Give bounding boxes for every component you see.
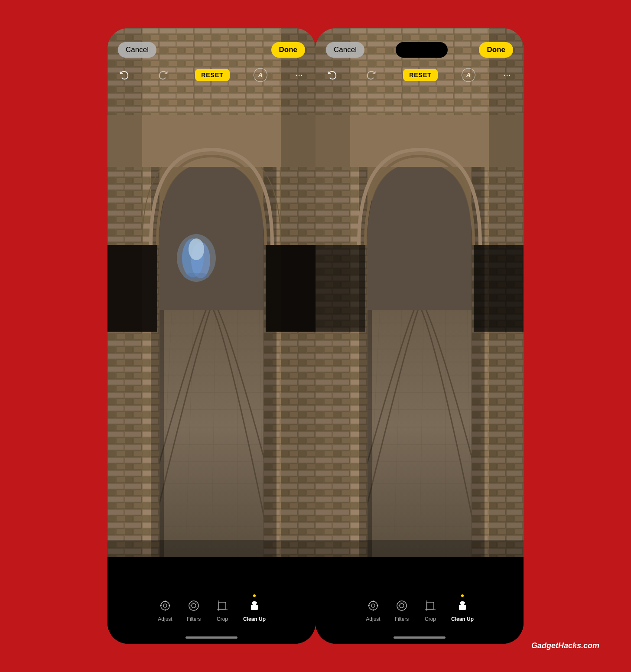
left-cancel-button[interactable]: Cancel — [118, 42, 156, 58]
left-cleanup-icon — [247, 598, 262, 613]
left-filters-icon — [186, 598, 202, 613]
right-redo-icon[interactable] — [364, 67, 379, 83]
left-cleanup-label: Clean Up — [243, 616, 266, 622]
right-more-icon[interactable]: ··· — [499, 67, 515, 83]
right-cleanup-label: Clean Up — [451, 616, 474, 622]
svg-point-106 — [369, 601, 377, 610]
left-adjust-tool[interactable]: Adjust — [157, 598, 173, 622]
right-adjust-icon — [365, 598, 381, 613]
svg-rect-46 — [107, 28, 142, 557]
right-filters-label: Filters — [395, 616, 409, 622]
right-reset-button[interactable]: RESET — [403, 69, 438, 81]
right-home-indicator — [394, 636, 446, 639]
left-cleanup-tool[interactable]: Clean Up — [243, 598, 266, 622]
left-undo-icon[interactable] — [116, 67, 132, 83]
left-more-icon[interactable]: ··· — [291, 67, 307, 83]
svg-point-50 — [163, 604, 167, 607]
left-crop-label: Crop — [217, 616, 228, 622]
left-reset-button[interactable]: RESET — [195, 69, 230, 81]
left-crop-icon — [215, 598, 230, 613]
left-redo-icon[interactable] — [156, 67, 171, 83]
svg-rect-47 — [281, 28, 316, 557]
left-toolbar-row: RESET A ··· — [107, 67, 316, 83]
svg-rect-115 — [427, 602, 434, 609]
left-top-bar: Cancel Done — [107, 28, 316, 63]
right-crop-icon — [423, 598, 438, 613]
left-active-dot — [253, 594, 256, 597]
right-adjust-tool[interactable]: Adjust — [365, 598, 381, 622]
right-filters-tool[interactable]: Filters — [394, 598, 410, 622]
svg-rect-120 — [461, 601, 464, 603]
svg-rect-58 — [219, 602, 226, 609]
svg-rect-61 — [251, 605, 258, 610]
svg-rect-105 — [316, 540, 524, 557]
left-filters-tool[interactable]: Filters — [186, 598, 202, 622]
right-crop-tool[interactable]: Crop — [423, 598, 438, 622]
right-active-dot — [461, 594, 464, 597]
left-adjust-icon — [157, 598, 173, 613]
left-home-indicator — [185, 636, 237, 639]
left-auto-icon[interactable]: A — [254, 68, 267, 82]
right-cleanup-tool[interactable]: Clean Up — [451, 598, 474, 622]
right-filters-icon — [394, 598, 410, 613]
right-top-bar: Cancel Done — [316, 28, 524, 63]
left-phone: Cancel Done RESET A ··· — [107, 28, 316, 644]
left-photo-area — [107, 28, 316, 557]
left-crop-tool[interactable]: Crop — [215, 598, 230, 622]
right-done-button[interactable]: Done — [479, 42, 513, 58]
right-crop-label: Crop — [425, 616, 436, 622]
right-cleanup-icon — [455, 598, 470, 613]
svg-point-45 — [183, 273, 209, 280]
svg-rect-103 — [316, 28, 350, 557]
svg-rect-48 — [107, 540, 316, 557]
right-auto-icon[interactable]: A — [462, 68, 475, 82]
right-toolbar-row: RESET A ··· — [316, 67, 524, 83]
svg-rect-118 — [459, 605, 466, 610]
left-adjust-label: Adjust — [158, 616, 172, 622]
svg-point-107 — [371, 604, 375, 607]
right-bottom-toolbar: Adjust Filters — [316, 598, 524, 622]
left-done-button[interactable]: Done — [271, 42, 306, 58]
left-bottom-toolbar: Adjust Filters — [107, 598, 316, 622]
right-phone: Cancel Done RESET A ··· — [316, 28, 524, 644]
svg-point-113 — [400, 603, 404, 608]
svg-point-44 — [189, 238, 204, 260]
watermark: GadgetHacks.com — [531, 641, 599, 650]
right-cancel-button[interactable]: Cancel — [326, 42, 364, 58]
dynamic-island — [396, 42, 448, 58]
svg-point-49 — [161, 601, 169, 610]
svg-point-56 — [192, 603, 196, 608]
svg-rect-63 — [253, 601, 256, 603]
app-container: Cancel Done RESET A ··· — [14, 13, 617, 659]
right-undo-icon[interactable] — [324, 67, 340, 83]
left-filters-label: Filters — [187, 616, 201, 622]
svg-rect-104 — [489, 28, 524, 557]
right-adjust-label: Adjust — [366, 616, 380, 622]
right-photo-area — [316, 28, 524, 557]
